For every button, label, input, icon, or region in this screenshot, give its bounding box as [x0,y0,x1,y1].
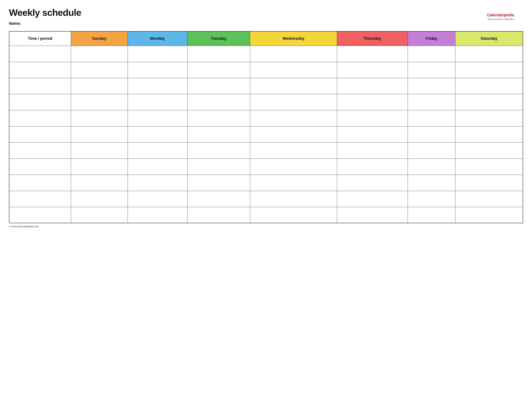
table-cell[interactable] [408,191,455,207]
footer-url: © www.calendarpedia.com [9,225,523,228]
table-cell[interactable] [9,78,71,94]
table-cell[interactable] [187,62,250,78]
table-cell[interactable] [9,46,71,62]
table-cell[interactable] [9,191,71,207]
table-cell[interactable] [71,175,128,191]
table-cell[interactable] [128,62,187,78]
table-cell[interactable] [128,126,187,142]
table-cell[interactable] [455,142,523,158]
table-cell[interactable] [408,126,455,142]
table-cell[interactable] [337,158,408,175]
table-cell[interactable] [187,175,250,191]
table-cell[interactable] [455,78,523,94]
table-cell[interactable] [128,78,187,94]
table-cell[interactable] [9,158,71,175]
table-cell[interactable] [337,46,408,62]
table-row [9,126,523,142]
table-cell[interactable] [9,62,71,78]
table-cell[interactable] [187,46,250,62]
table-cell[interactable] [455,126,523,142]
table-cell[interactable] [408,110,455,126]
schedule-table: Time / period Sunday Monday Tuesday Wedn… [9,31,523,223]
table-cell[interactable] [9,110,71,126]
table-cell[interactable] [250,175,337,191]
table-cell[interactable] [408,175,455,191]
page-title: Weekly schedule [9,7,523,18]
table-cell[interactable] [71,158,128,175]
table-cell[interactable] [250,62,337,78]
table-cell[interactable] [250,158,337,175]
table-cell[interactable] [455,158,523,175]
table-cell[interactable] [455,207,523,223]
table-cell[interactable] [337,94,408,110]
table-cell[interactable] [128,110,187,126]
table-cell[interactable] [128,94,187,110]
table-cell[interactable] [128,175,187,191]
table-cell[interactable] [337,191,408,207]
table-cell[interactable] [187,110,250,126]
table-row [9,142,523,158]
table-cell[interactable] [455,191,523,207]
table-cell[interactable] [71,207,128,223]
table-cell[interactable] [455,175,523,191]
table-cell[interactable] [187,142,250,158]
table-cell[interactable] [455,94,523,110]
table-cell[interactable] [71,46,128,62]
table-cell[interactable] [71,110,128,126]
table-cell[interactable] [71,191,128,207]
table-cell[interactable] [187,207,250,223]
table-cell[interactable] [250,94,337,110]
table-cell[interactable] [250,207,337,223]
table-cell[interactable] [250,46,337,62]
table-cell[interactable] [250,142,337,158]
table-cell[interactable] [128,207,187,223]
table-cell[interactable] [250,78,337,94]
table-cell[interactable] [71,94,128,110]
table-cell[interactable] [187,94,250,110]
table-cell[interactable] [408,46,455,62]
table-cell[interactable] [9,126,71,142]
table-cell[interactable] [408,142,455,158]
table-cell[interactable] [128,46,187,62]
table-cell[interactable] [337,142,408,158]
table-cell[interactable] [408,158,455,175]
table-cell[interactable] [128,142,187,158]
table-cell[interactable] [408,207,455,223]
table-cell[interactable] [187,158,250,175]
table-cell[interactable] [408,78,455,94]
table-cell[interactable] [455,46,523,62]
logo: Calendarpedia Your source for calendars [487,13,514,21]
table-cell[interactable] [337,207,408,223]
col-header-wednesday: Wednesday [250,31,337,46]
table-cell[interactable] [337,78,408,94]
name-label: Name: [9,21,523,26]
table-cell[interactable] [455,62,523,78]
table-cell[interactable] [337,110,408,126]
table-cell[interactable] [337,126,408,142]
table-cell[interactable] [337,62,408,78]
table-cell[interactable] [408,62,455,78]
table-cell[interactable] [9,94,71,110]
table-cell[interactable] [455,110,523,126]
table-cell[interactable] [9,142,71,158]
table-cell[interactable] [71,126,128,142]
table-cell[interactable] [250,126,337,142]
table-cell[interactable] [128,158,187,175]
table-cell[interactable] [9,175,71,191]
table-cell[interactable] [408,94,455,110]
table-cell[interactable] [71,78,128,94]
table-cell[interactable] [9,207,71,223]
table-row [9,175,523,191]
table-cell[interactable] [71,62,128,78]
table-cell[interactable] [128,191,187,207]
table-cell[interactable] [187,191,250,207]
logo-tagline: Your source for calendars [487,18,514,21]
logo-brand-plain: Calendar [487,13,504,17]
table-cell[interactable] [187,78,250,94]
table-cell[interactable] [250,110,337,126]
table-cell[interactable] [250,191,337,207]
table-row [9,78,523,94]
table-cell[interactable] [71,142,128,158]
table-cell[interactable] [187,126,250,142]
table-cell[interactable] [337,175,408,191]
